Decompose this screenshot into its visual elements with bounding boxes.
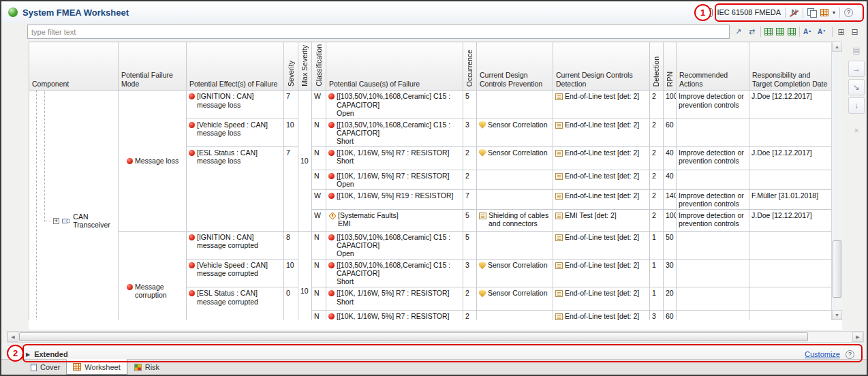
cell-prevention[interactable] (477, 311, 553, 320)
sync-filter-icon[interactable]: ⇄ (747, 27, 757, 37)
font-increase-icon[interactable]: A▲ (803, 28, 814, 35)
cell-max-severity[interactable]: 10 (298, 91, 312, 232)
help-icon[interactable]: ? (846, 350, 854, 359)
expand-all-icon[interactable]: ⊞ (836, 27, 846, 37)
cell-recommended-actions[interactable] (677, 170, 749, 189)
cell-recommended-actions[interactable] (677, 287, 749, 311)
cell-detection[interactable]: 3 (650, 311, 664, 320)
cell-detection-control[interactable]: End-of-Line test [det: 2] (553, 189, 650, 209)
cell-responsibility[interactable] (749, 287, 832, 311)
table-view-icon-1[interactable] (764, 28, 773, 35)
cell-responsibility[interactable]: F.Müller [31.01.2018] (749, 189, 832, 209)
cell-severity[interactable]: 8 (284, 232, 298, 260)
cell-occurrence[interactable]: 3 (463, 119, 477, 146)
tab-risk[interactable]: Risk (127, 360, 166, 375)
extended-collapsed-arrow-icon[interactable]: ▶ (26, 351, 30, 358)
font-decrease-icon[interactable]: A▼ (818, 28, 828, 35)
cell-detection-control[interactable]: End-of-Line test [det: 2] (553, 260, 650, 287)
cell-detection-control[interactable]: End-of-Line test [det: 2] (553, 170, 650, 189)
cell-detection[interactable]: 2 (650, 119, 664, 146)
cell-classification[interactable]: N (312, 232, 326, 260)
cell-cause[interactable]: [[10K, 1/16W, 5%] R7 : RESISTOR]Open (326, 170, 463, 189)
insert-child-row-button[interactable]: ↘ (848, 79, 865, 95)
col-header-responsibility[interactable]: Responsibility and Target Completion Dat… (749, 42, 832, 91)
cell-prevention[interactable] (477, 232, 553, 260)
cell-cause[interactable]: [[103,50V,10%,1608,Ceramic] C15 : CAPACI… (326, 91, 463, 119)
cell-failure-mode[interactable]: Message loss (119, 91, 187, 232)
copy-icon[interactable] (807, 8, 816, 17)
cell-responsibility[interactable] (749, 232, 832, 260)
cell-detection-control[interactable]: End-of-Line test [det: 2] (553, 119, 650, 146)
cell-prevention[interactable]: Sensor Correlation (477, 260, 553, 287)
cell-rpn[interactable]: 40 (664, 170, 677, 189)
cell-recommended-actions[interactable]: Improve detection or prevention controls (677, 210, 749, 232)
scroll-down-arrow[interactable]: ▼ (832, 310, 842, 320)
cell-prevention[interactable] (477, 91, 553, 119)
col-header-prevention[interactable]: Current Design Controls Prevention (477, 42, 553, 91)
col-header-component[interactable]: Component (29, 42, 119, 91)
delete-row-button[interactable]: × (848, 123, 865, 139)
cell-prevention[interactable]: Sensor Correlation (477, 146, 553, 170)
cell-rpn[interactable]: 140 (664, 189, 677, 209)
cell-prevention[interactable]: Sensor Correlation (477, 119, 553, 146)
cell-rpn[interactable]: 100 (664, 210, 677, 232)
cell-rpn[interactable]: 50 (664, 232, 677, 260)
col-header-detection-controls[interactable]: Current Design Controls Detection (553, 42, 650, 91)
help-icon[interactable]: ? (844, 8, 853, 17)
cell-effect[interactable]: [ESL Status : CAN]message corrupted (187, 287, 284, 320)
cell-cause[interactable]: [[10K, 1/16W, 5%] R7 : RESISTOR]Short (326, 146, 463, 170)
col-header-detection[interactable]: Detection (650, 42, 664, 91)
vertical-scrollbar-thumb[interactable] (833, 240, 841, 298)
chevron-down-icon[interactable]: ▾ (833, 10, 835, 16)
cell-prevention[interactable]: Shielding of cables and connectors (477, 210, 553, 232)
horizontal-scrollbar[interactable]: ◀ ▶ (7, 331, 864, 343)
cell-occurrence[interactable]: 2 (463, 287, 477, 311)
cell-effect[interactable]: [Vehicle Speed : CAN]message corrupted (187, 260, 284, 287)
cell-component[interactable]: + CAN Transceiver (29, 91, 119, 320)
cell-recommended-actions[interactable] (677, 311, 749, 320)
cell-severity[interactable]: 7 (284, 91, 298, 119)
cell-cause[interactable]: [[10K, 1/16W, 5%] R7 : RESISTOR]Open (326, 311, 463, 320)
cell-detection-control[interactable]: End-of-Line test [det: 2] (553, 91, 650, 119)
cell-prevention[interactable]: Sensor Correlation (477, 287, 553, 311)
insert-row-button[interactable]: → (848, 61, 865, 77)
cell-classification[interactable]: W (312, 210, 326, 232)
table-view-icon-2[interactable] (776, 28, 784, 35)
cell-responsibility[interactable]: J.Doe [12.12.2017] (749, 210, 832, 232)
cell-recommended-actions[interactable]: Improve detection or prevention controls (677, 189, 749, 209)
cell-rpn[interactable]: 30 (664, 260, 677, 287)
cell-detection[interactable]: 1 (650, 232, 664, 260)
col-header-max-severity[interactable]: Max Severity (298, 42, 312, 91)
tab-cover[interactable]: Cover (25, 360, 66, 375)
add-row-button[interactable]: ▤ (848, 42, 865, 59)
cell-occurrence[interactable]: 5 (463, 232, 477, 260)
col-header-causes[interactable]: Potential Cause(s) of Failure (326, 42, 463, 91)
cell-responsibility[interactable] (749, 170, 832, 189)
cell-detection[interactable]: 2 (650, 189, 664, 209)
cell-prevention[interactable] (477, 170, 553, 189)
col-header-recommended[interactable]: Recommended Actions (677, 42, 749, 91)
cell-classification[interactable]: N (312, 287, 326, 311)
numbering-icon[interactable]: N (790, 8, 799, 16)
cell-occurrence[interactable]: 2 (463, 170, 477, 189)
cell-responsibility[interactable] (749, 311, 832, 320)
col-header-failure-mode[interactable]: Potential Failure Mode (119, 42, 187, 91)
cell-responsibility[interactable]: J.Doe [12.12.2017] (749, 146, 832, 170)
cell-effect[interactable]: [ESL Status : CAN]message loss (187, 146, 284, 231)
cell-classification[interactable]: W (312, 91, 326, 119)
col-header-rpn[interactable]: RPN (664, 42, 677, 91)
cell-detection[interactable]: 1 (650, 260, 664, 287)
cell-severity[interactable]: 10 (284, 260, 298, 287)
filter-input[interactable] (27, 25, 730, 39)
cell-severity[interactable]: 0 (284, 287, 298, 320)
cell-detection-control[interactable]: End-of-Line test [det: 2] (553, 287, 650, 311)
cell-detection[interactable]: 2 (650, 210, 664, 232)
cell-cause[interactable]: [[10K, 1/16W, 5%] R7 : RESISTOR]Short (326, 287, 463, 311)
tree-expander-icon[interactable]: + (53, 218, 59, 224)
cell-cause[interactable]: [[10K, 1/16W, 5%] R19 : RESISTOR] (326, 189, 463, 209)
cell-cause[interactable]: [[103,50V,10%,1608,Ceramic] C15 : CAPACI… (326, 119, 463, 146)
col-header-classification[interactable]: Classification (312, 42, 326, 91)
cell-detection[interactable]: 2 (650, 146, 664, 170)
cell-classification[interactable]: N (312, 311, 326, 320)
cell-classification[interactable]: N (312, 146, 326, 170)
